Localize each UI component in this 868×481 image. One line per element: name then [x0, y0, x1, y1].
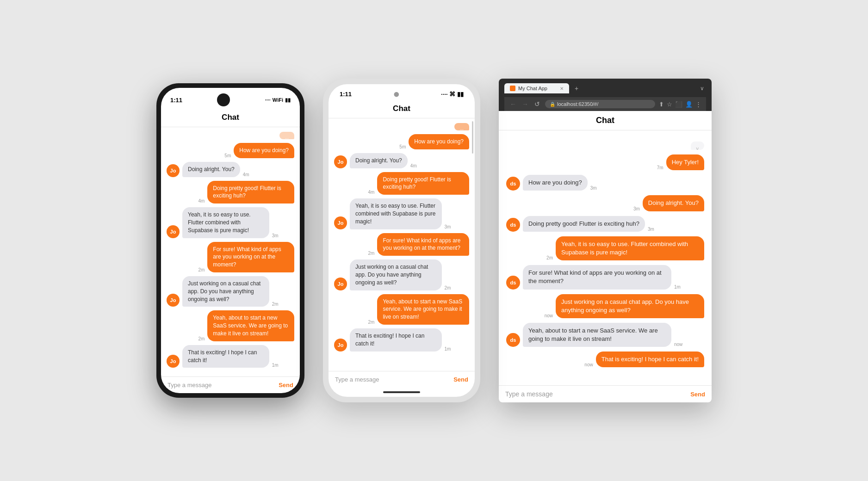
table-row: ds For sure! What kind of apps are you w… — [506, 265, 704, 289]
chat-header-white: Chat — [329, 99, 475, 118]
avatar: Jo — [167, 294, 180, 307]
phone-white-screen: 1:11 ⬤ ···· ⌘ ▮▮ Chat ··· 5m How are you — [329, 84, 475, 397]
browser-chat-header: Chat — [499, 111, 712, 130]
avatar: ds — [506, 276, 520, 290]
phone-dark-screen: 1:11 ···· WiFi ▮▮ Chat ··· 5m How are yo… — [161, 88, 300, 393]
url-text: localhost:62350/#/ — [557, 101, 598, 107]
table-row: 5m How are you doing? — [334, 134, 469, 149]
wifi-white: ⌘ — [449, 91, 455, 98]
notch-dark — [217, 93, 230, 106]
avatar: Jo — [334, 216, 347, 229]
lock-icon: 🔒 — [550, 102, 555, 107]
reload-button[interactable]: ↺ — [533, 100, 541, 108]
table-row: Jo Doing alright. You? 4m — [167, 162, 294, 177]
browser-collapse-icon[interactable]: ∨ — [700, 85, 706, 92]
new-tab-button[interactable]: + — [571, 82, 582, 94]
avatar: Jo — [167, 225, 180, 238]
table-row: ds Yeah, about to start a new SaaS servi… — [506, 323, 704, 347]
avatar: ds — [506, 218, 520, 232]
status-icons-white: ···· ⌘ ▮▮ — [441, 91, 464, 98]
status-icons-dark: ···· WiFi ▮▮ — [265, 97, 291, 103]
message-input-dark[interactable] — [167, 382, 275, 388]
signal-white: ···· — [441, 91, 447, 98]
message-input-white[interactable] — [335, 376, 450, 383]
browser-actions: ⬆ ☆ ⬛ 👤 ⋮ — [659, 101, 701, 108]
table-row: Jo That is exciting! I hope I can catch … — [334, 328, 469, 352]
table-row: 5m How are you doing? — [167, 143, 294, 158]
table-row: 2m Yeah, about to start a new SaaS servi… — [167, 310, 294, 341]
send-button-white[interactable]: Send — [453, 376, 468, 383]
avatar: Jo — [334, 155, 347, 168]
camera-dot: ⬤ — [394, 92, 399, 97]
table-row: ds Doing pretty good! Flutter is excitin… — [506, 216, 704, 232]
table-row: ds How are you doing? 3m — [506, 175, 704, 191]
battery-dark: ▮▮ — [285, 97, 291, 103]
time-dark: 1:11 — [170, 97, 182, 104]
avatar: Jo — [334, 339, 347, 352]
home-bar — [383, 391, 420, 393]
home-indicator-white — [329, 388, 475, 397]
browser-send-button[interactable]: Send — [690, 391, 705, 398]
plus-icon: + — [575, 85, 578, 92]
table-row: Jo Yeah, it is so easy to use. Flutter c… — [334, 198, 469, 229]
forward-button[interactable]: → — [521, 100, 529, 108]
table-row: Jo That is exciting! I hope I can catch … — [167, 345, 294, 368]
browser-nav-bar: ← → ↺ 🔒 localhost:62350/#/ ⬆ ☆ ⬛ 👤 ⋮ — [504, 97, 706, 111]
scroll-indicator-white — [472, 121, 473, 154]
time-white: 1:11 — [340, 91, 352, 98]
partial-msg-dark: ··· — [167, 132, 294, 139]
phone-white-device: 1:11 ⬤ ···· ⌘ ▮▮ Chat ··· 5m How are you — [323, 79, 480, 402]
table-row: now Just working on a casual chat app. D… — [506, 294, 704, 318]
wifi-dark: WiFi — [273, 97, 283, 103]
extensions-icon[interactable]: ⬛ — [675, 101, 682, 108]
table-row: 2m For sure! What kind of apps are you w… — [334, 233, 469, 256]
table-row: 2m Yeah, about to start a new SaaS servi… — [334, 294, 469, 325]
battery-white: ▮▮ — [457, 91, 464, 98]
table-row: 4m Doing pretty good! Flutter is excitin… — [167, 181, 294, 204]
chat-header-dark: Chat — [161, 108, 300, 127]
browser-window: My Chat App ✕ + ∨ ← → ↺ 🔒 localhost:6235… — [499, 79, 712, 402]
partial-msg-white: ··· — [334, 123, 469, 130]
table-row: Jo Just working on a casual chat app. Do… — [334, 259, 469, 290]
table-row: 3m Doing alright. You? — [506, 195, 704, 211]
browser-chat-messages[interactable]: y 7m Hey Tyler! ds How are you doing? 3m… — [499, 130, 712, 385]
avatar: Jo — [334, 278, 347, 290]
chat-input-bar-dark: Send — [161, 376, 300, 393]
chat-input-bar-white: Send — [329, 371, 475, 388]
table-row: 2m Yeah, it is so easy to use. Flutter c… — [506, 236, 704, 260]
url-bar[interactable]: 🔒 localhost:62350/#/ — [545, 100, 655, 108]
bookmark-icon[interactable]: ☆ — [667, 101, 672, 108]
browser-message-input[interactable] — [505, 390, 687, 398]
chat-messages-white[interactable]: ··· 5m How are you doing? Jo Doing alrig… — [329, 118, 475, 371]
avatar: Jo — [167, 164, 180, 177]
tab-close-icon[interactable]: ✕ — [560, 86, 564, 91]
browser-chat-screen: Chat y 7m Hey Tyler! ds How are you doin… — [499, 111, 712, 402]
chat-screen-dark: Chat ··· 5m How are you doing? Jo Doing … — [161, 108, 300, 393]
browser-chat-input-bar: Send — [499, 385, 712, 402]
menu-icon[interactable]: ⋮ — [695, 101, 701, 108]
chat-screen-white: Chat ··· 5m How are you doing? Jo Doing … — [329, 99, 475, 388]
status-bar-dark: 1:11 ···· WiFi ▮▮ — [161, 88, 300, 108]
chat-messages-dark[interactable]: ··· 5m How are you doing? Jo Doing alrig… — [161, 127, 300, 376]
browser-tab-bar: My Chat App ✕ + ∨ — [504, 82, 706, 94]
share-icon[interactable]: ⬆ — [659, 101, 664, 108]
profile-icon[interactable]: 👤 — [685, 101, 693, 108]
avatar: ds — [506, 177, 520, 191]
favicon-icon — [510, 86, 515, 91]
signal-dark: ···· — [265, 97, 271, 103]
table-row: Jo Yeah, it is so easy to use. Flutter c… — [167, 207, 294, 238]
send-button-dark[interactable]: Send — [279, 382, 293, 388]
browser-titlebar: My Chat App ✕ + ∨ ← → ↺ 🔒 localhost:6235… — [499, 79, 712, 111]
status-bar-white: 1:11 ⬤ ···· ⌘ ▮▮ — [329, 84, 475, 99]
avatar: ds — [506, 333, 520, 347]
table-row: 4m Doing pretty good! Flutter is excitin… — [334, 172, 469, 195]
table-row: Jo Doing alright. You? 4m — [334, 153, 469, 168]
table-row: 7m Hey Tyler! — [506, 154, 704, 170]
table-row: now That is exciting! I hope I can catch… — [506, 352, 704, 367]
back-button[interactable]: ← — [509, 100, 517, 108]
table-row: Jo Just working on a casual chat app. Do… — [167, 276, 294, 307]
avatar: Jo — [167, 355, 180, 368]
table-row: 2m For sure! What kind of apps are you w… — [167, 242, 294, 272]
browser-tab-active[interactable]: My Chat App ✕ — [504, 83, 569, 93]
tab-title: My Chat App — [518, 86, 547, 91]
